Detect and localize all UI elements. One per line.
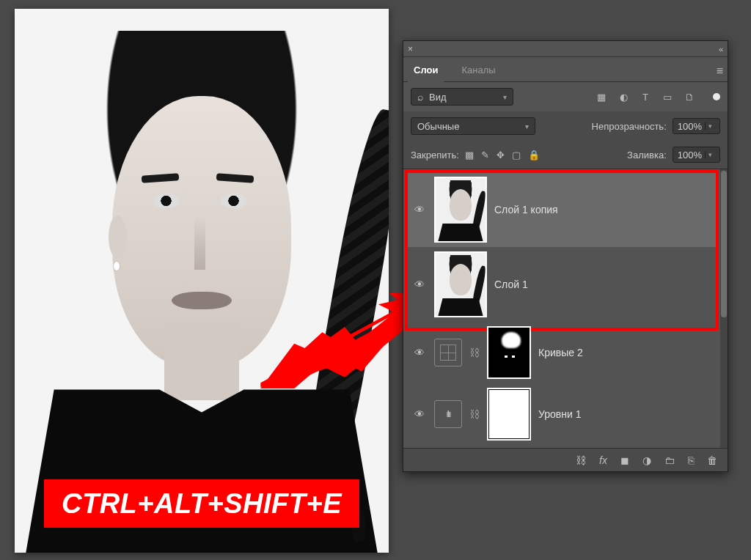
layer-row[interactable]: 👁 Слой 1 (406, 247, 719, 322)
lock-all-icon[interactable]: 🔒 (528, 150, 540, 161)
panel-menu-icon[interactable]: ≡ (717, 65, 723, 78)
layer-mask-thumbnail[interactable] (487, 326, 531, 379)
lock-position-icon[interactable]: ✥ (497, 150, 505, 161)
fill-input[interactable]: 100% ▾ (673, 147, 720, 163)
blend-mode-dropdown[interactable]: Обычные ▾ (411, 117, 535, 135)
adjustment-icon[interactable] (434, 339, 462, 366)
lock-row: Закрепить: ▩ ✎ ✥ ▢ 🔒 Заливка: 100% ▾ (403, 141, 728, 169)
layer-filter-row: Вид ▾ ▦ ◐ T ▭ 🗋 (403, 82, 728, 111)
visibility-toggle[interactable]: 👁 (412, 408, 427, 420)
lock-artboard-icon[interactable]: ▢ (512, 150, 521, 161)
fill-value: 100% (678, 150, 702, 161)
document-canvas[interactable]: CTRL+ALT+SHIFT+E (15, 9, 389, 553)
chevron-down-icon: ▾ (525, 122, 529, 130)
lock-transparent-icon[interactable]: ▩ (465, 150, 474, 161)
layers-panel: × « Слои Каналы ≡ Вид ▾ ▦ ◐ T ▭ 🗋 Обычны… (403, 40, 728, 472)
search-icon (417, 91, 423, 103)
delete-layer-icon[interactable]: 🗑 (707, 454, 717, 466)
adjustment-icon[interactable]: ıllıı (434, 400, 462, 428)
filter-type-icon[interactable]: T (640, 91, 651, 103)
layer-row[interactable]: 👁 ıllıı ⛓ Уровни 1 (406, 383, 719, 445)
new-group-icon[interactable]: 🗀 (664, 454, 675, 466)
blend-row: Обычные ▾ Непрозрачность: 100% ▾ (403, 111, 728, 141)
collapse-icon[interactable]: « (719, 45, 723, 54)
layer-thumbnail[interactable] (434, 251, 487, 317)
panel-tabs: Слои Каналы ≡ (403, 57, 728, 82)
panel-titlebar[interactable]: × « (403, 41, 728, 57)
chevron-down-icon: ▾ (503, 93, 507, 101)
curves-icon (440, 345, 456, 361)
opacity-label: Непрозрачность: (592, 121, 667, 132)
chevron-down-icon[interactable]: ▾ (705, 151, 715, 158)
link-icon[interactable]: ⛓ (469, 408, 480, 420)
fx-icon[interactable]: fx (599, 454, 607, 466)
link-icon[interactable]: ⛓ (469, 347, 480, 358)
layers-list: 👁 Слой 1 копия 👁 Слой 1 👁 ⛓ Кри (403, 169, 728, 448)
opacity-value: 100% (678, 121, 702, 132)
link-layers-icon[interactable]: ⛓ (576, 454, 586, 466)
fill-label: Заливка: (627, 150, 667, 161)
visibility-toggle[interactable]: 👁 (412, 347, 427, 358)
filter-toggle[interactable] (713, 93, 720, 100)
panel-footer: ⛓ fx ◼ ◑ 🗀 ⎘ 🗑 (403, 448, 728, 471)
lock-label: Закрепить: (411, 150, 459, 161)
portrait-image (15, 9, 389, 553)
add-mask-icon[interactable]: ◼ (620, 454, 629, 466)
filter-shape-icon[interactable]: ▭ (662, 91, 673, 103)
lock-paint-icon[interactable]: ✎ (481, 150, 489, 161)
filter-adjust-icon[interactable]: ◐ (618, 91, 629, 103)
scrollbar[interactable] (720, 169, 728, 448)
close-icon[interactable]: × (408, 44, 413, 54)
layer-thumbnail[interactable] (434, 177, 487, 243)
levels-icon: ıllıı (446, 409, 450, 419)
chevron-down-icon[interactable]: ▾ (705, 122, 715, 130)
layer-row[interactable]: 👁 ⛓ Кривые 2 (406, 322, 719, 383)
new-layer-icon[interactable]: ⎘ (688, 454, 694, 466)
filter-kind-dropdown[interactable]: Вид ▾ (411, 88, 513, 106)
layer-name[interactable]: Слой 1 (494, 279, 528, 290)
filter-kind-label: Вид (429, 92, 447, 103)
tab-channels[interactable]: Каналы (455, 60, 501, 81)
scrollbar-thumb[interactable] (721, 171, 727, 317)
layer-name[interactable]: Слой 1 копия (494, 204, 558, 215)
visibility-toggle[interactable]: 👁 (412, 279, 427, 290)
layer-mask-thumbnail[interactable] (487, 388, 531, 441)
tab-layers[interactable]: Слои (408, 60, 444, 81)
blend-mode-value: Обычные (417, 121, 459, 132)
layer-name[interactable]: Уровни 1 (538, 408, 582, 420)
layer-row[interactable]: 👁 Слой 1 копия (406, 172, 719, 247)
opacity-input[interactable]: 100% ▾ (673, 118, 720, 134)
layer-name[interactable]: Кривые 2 (538, 347, 583, 358)
shortcut-callout: CTRL+ALT+SHIFT+E (44, 479, 359, 528)
filter-smart-icon[interactable]: 🗋 (684, 91, 695, 103)
visibility-toggle[interactable]: 👁 (412, 204, 427, 215)
filter-pixel-icon[interactable]: ▦ (596, 91, 607, 103)
new-adjustment-icon[interactable]: ◑ (642, 454, 651, 466)
